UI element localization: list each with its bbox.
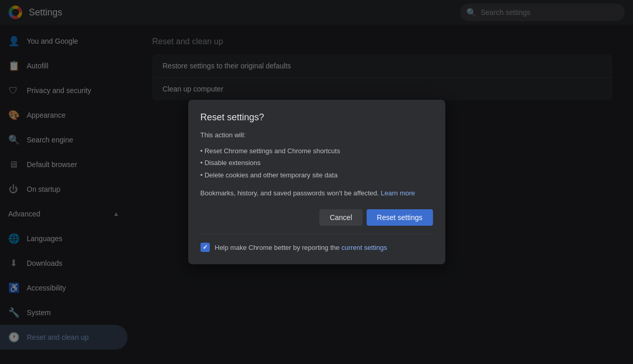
learn-more-link[interactable]: Learn more bbox=[381, 189, 415, 197]
dialog-note: Bookmarks, history, and saved passwords … bbox=[201, 189, 433, 197]
dialog-footer: Help make Chrome better by reporting the… bbox=[201, 234, 433, 252]
current-settings-link[interactable]: current settings bbox=[341, 244, 387, 251]
dialog-actions: Cancel Reset settings bbox=[201, 209, 433, 226]
reset-settings-dialog: Reset settings? This action will: • Rese… bbox=[188, 100, 445, 264]
cancel-button[interactable]: Cancel bbox=[319, 209, 363, 226]
dialog-title: Reset settings? bbox=[201, 112, 433, 123]
checkbox-label: Help make Chrome better by reporting the… bbox=[215, 244, 387, 251]
dialog-note-text: Bookmarks, history, and saved passwords … bbox=[201, 189, 379, 197]
dialog-subtitle: This action will: bbox=[201, 131, 433, 139]
footer-text: Help make Chrome better by reporting the bbox=[215, 244, 340, 251]
bullet-3: • Delete cookies and other temporary sit… bbox=[201, 169, 433, 181]
reset-settings-button[interactable]: Reset settings bbox=[367, 209, 433, 226]
dialog-overlay[interactable]: Reset settings? This action will: • Rese… bbox=[0, 0, 633, 364]
bullet-1: • Reset Chrome settings and Chrome short… bbox=[201, 145, 433, 157]
reporting-checkbox[interactable] bbox=[201, 243, 210, 252]
bullet-2: • Disable extensions bbox=[201, 157, 433, 169]
dialog-bullets: • Reset Chrome settings and Chrome short… bbox=[201, 145, 433, 181]
